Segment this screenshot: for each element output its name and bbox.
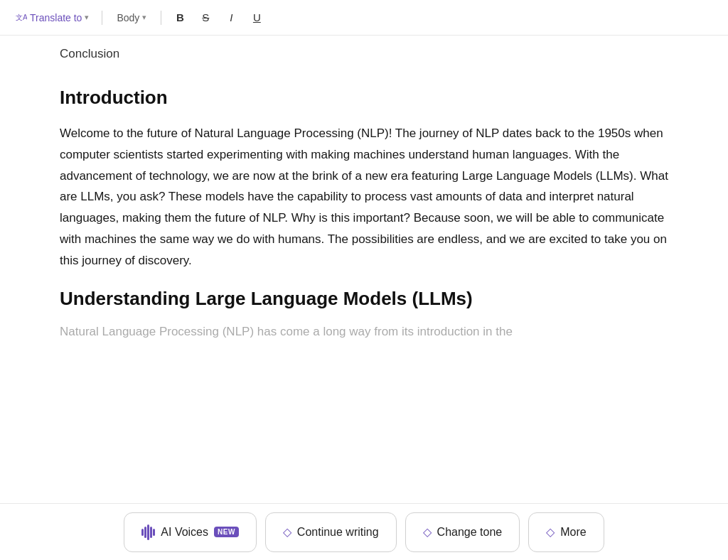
ai-voices-label: AI Voices <box>161 526 208 539</box>
llm-heading: Understanding Large Language Models (LLM… <box>60 288 668 310</box>
translate-label: Translate to <box>30 12 82 23</box>
intro-body[interactable]: Welcome to the future of Natural Languag… <box>60 123 668 271</box>
sparkle-icon-more: ◇ <box>546 525 555 539</box>
translate-icon: 文A <box>16 12 27 23</box>
bottom-action-bar: AI Voices NEW ◇ Continue writing ◇ Chang… <box>0 503 728 560</box>
translate-button[interactable]: 文A Translate to ▾ <box>11 9 93 26</box>
body-style-label: Body <box>117 12 139 23</box>
svg-text:文A: 文A <box>16 14 27 21</box>
ai-voices-icon <box>141 524 155 540</box>
toolbar: 文A Translate to ▾ Body ▾ B S I U <box>0 0 728 36</box>
divider-2 <box>161 11 161 25</box>
ai-voices-button[interactable]: AI Voices NEW <box>124 512 257 552</box>
intro-heading: Introduction <box>60 87 668 109</box>
content-area: Conclusion Introduction Welcome to the f… <box>0 36 728 503</box>
sparkle-icon-tone: ◇ <box>423 525 432 539</box>
bold-button[interactable]: B <box>170 8 190 28</box>
underline-button[interactable]: U <box>247 8 267 28</box>
body-chevron-icon: ▾ <box>142 13 146 22</box>
strikethrough-button[interactable]: S <box>196 8 215 28</box>
divider-1 <box>102 11 102 25</box>
italic-button[interactable]: I <box>221 8 241 28</box>
sparkle-icon-continue: ◇ <box>283 525 291 539</box>
change-tone-button[interactable]: ◇ Change tone <box>405 512 520 552</box>
continue-writing-label: Continue writing <box>297 526 379 539</box>
ai-voices-badge: NEW <box>214 527 239 537</box>
body-style-button[interactable]: Body ▾ <box>111 9 152 26</box>
llm-body-partial[interactable]: Natural Language Processing (NLP) has co… <box>60 321 668 343</box>
change-tone-label: Change tone <box>437 526 503 539</box>
more-label: More <box>560 526 586 539</box>
translate-chevron-icon: ▾ <box>85 13 89 22</box>
conclusion-partial-text: Conclusion <box>60 36 668 70</box>
more-button[interactable]: ◇ More <box>528 512 604 552</box>
continue-writing-button[interactable]: ◇ Continue writing <box>265 512 397 552</box>
